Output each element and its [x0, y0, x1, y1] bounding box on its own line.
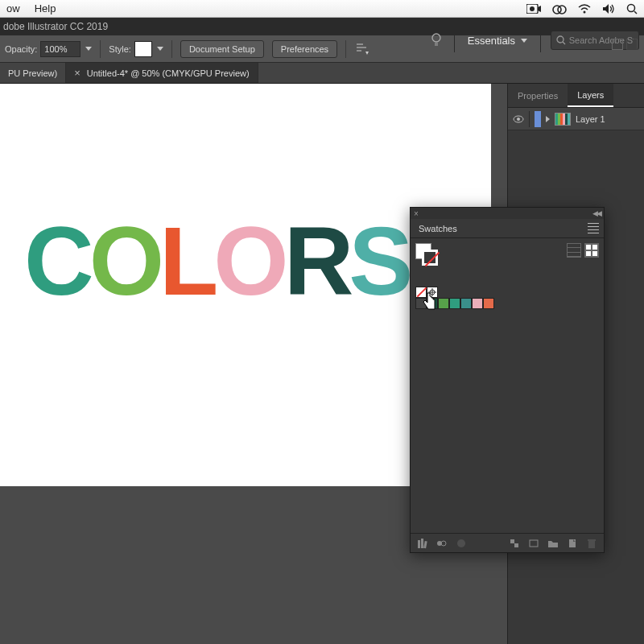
new-page-icon[interactable]: [567, 538, 578, 549]
swatch-chip[interactable]: [449, 298, 460, 309]
svg-rect-27: [510, 539, 514, 543]
tab-layers[interactable]: Layers: [568, 84, 613, 107]
svg-point-17: [517, 118, 520, 121]
macos-menubar: ow Help: [0, 0, 644, 18]
creative-cloud-icon[interactable]: [552, 3, 567, 14]
screen-record-icon[interactable]: [526, 4, 541, 14]
svg-point-5: [628, 4, 635, 11]
svg-line-15: [563, 42, 565, 44]
swatch-libraries-icon[interactable]: [417, 538, 428, 549]
list-view-icon[interactable]: [567, 243, 581, 258]
menubar-status-icons: [526, 3, 638, 14]
preferences-button[interactable]: Preferences: [272, 40, 337, 58]
colors-text-art: C O L O R S: [24, 213, 408, 309]
letter-s: S: [349, 213, 408, 309]
swatch-chip[interactable]: [460, 298, 472, 309]
svg-point-3: [558, 6, 566, 14]
svg-marker-10: [365, 52, 369, 55]
thumbnail-view-icon[interactable]: [584, 243, 599, 258]
swatches-body: [411, 238, 604, 533]
swatches-panel-footer: [411, 533, 604, 552]
svg-rect-29: [530, 540, 538, 547]
style-swatch[interactable]: [134, 41, 152, 57]
trash-icon[interactable]: [586, 538, 597, 549]
panel-close-icon[interactable]: ×: [414, 209, 419, 218]
document-tab-active[interactable]: × Untitled-4* @ 50% (CMYK/GPU Preview): [66, 63, 258, 83]
svg-rect-30: [569, 539, 576, 547]
tab-properties[interactable]: Properties: [508, 84, 568, 107]
panel-menu-icon[interactable]: [588, 223, 599, 233]
swatch-chip[interactable]: [427, 298, 438, 309]
swatches-panel[interactable]: × ◀◀ Swatches: [410, 207, 605, 553]
document-setup-button[interactable]: Document Setup: [180, 40, 264, 58]
align-icon[interactable]: [354, 42, 369, 56]
arrange-documents-icons[interactable]: [612, 39, 638, 50]
swatch-grid: [415, 287, 599, 309]
discover-bulb-icon[interactable]: [428, 32, 444, 48]
swatch-chip[interactable]: [415, 298, 427, 309]
svg-point-1: [530, 6, 535, 11]
panel-collapse-icon[interactable]: ◀◀: [592, 209, 601, 217]
document-tabstrip: PU Preview) × Untitled-4* @ 50% (CMYK/GP…: [0, 63, 644, 84]
volume-icon[interactable]: [602, 3, 615, 14]
letter-o2: O: [213, 213, 283, 309]
stroke-color-none-icon[interactable]: [422, 250, 438, 266]
folder-icon[interactable]: [547, 538, 559, 549]
opacity-label: Opacity:: [5, 44, 37, 54]
svg-point-4: [584, 10, 586, 13]
svg-rect-31: [588, 541, 595, 548]
style-label: Style:: [109, 44, 131, 54]
wifi-icon[interactable]: [578, 4, 591, 14]
swatch-chip[interactable]: [472, 298, 483, 309]
swatch-options-icon[interactable]: [456, 538, 467, 549]
workspace-switcher[interactable]: Essentials: [464, 35, 530, 47]
layer-row[interactable]: Layer 1: [508, 108, 644, 130]
search-icon: [556, 35, 566, 45]
layer-thumbnail: [555, 113, 571, 126]
work-area: C O L O R S Properties Layers Layer 1 ×: [0, 84, 644, 644]
swatch-none[interactable]: [415, 287, 427, 298]
swatch-chip[interactable]: [438, 298, 449, 309]
letter-o1: O: [89, 213, 159, 309]
svg-point-11: [432, 34, 440, 42]
layer-expand-icon[interactable]: [546, 116, 550, 122]
opacity-input[interactable]: [40, 41, 80, 57]
new-swatch-icon[interactable]: [528, 538, 539, 549]
svg-point-26: [457, 539, 465, 547]
panel-grip-bar[interactable]: × ◀◀: [411, 208, 604, 219]
fill-stroke-indicator[interactable]: [415, 243, 438, 266]
swatch-chip[interactable]: [483, 298, 494, 309]
swatches-tab[interactable]: Swatches: [411, 219, 465, 237]
close-tab-icon[interactable]: ×: [74, 67, 80, 79]
svg-line-6: [634, 11, 637, 14]
swatch-registration[interactable]: [427, 287, 438, 298]
layer-name[interactable]: Layer 1: [576, 114, 605, 124]
letter-r: R: [284, 213, 349, 309]
app-title: dobe Illustrator CC 2019: [3, 21, 108, 32]
letter-l: L: [159, 213, 213, 309]
opacity-dropdown-icon[interactable]: [85, 47, 92, 51]
menu-item-window[interactable]: ow: [6, 2, 20, 14]
document-tab[interactable]: PU Preview): [0, 63, 66, 83]
letter-c: C: [24, 213, 89, 309]
visibility-eye-icon[interactable]: [513, 114, 524, 125]
menu-item-help[interactable]: Help: [35, 2, 56, 14]
svg-rect-22: [421, 539, 423, 548]
svg-rect-28: [514, 543, 518, 547]
spotlight-search-icon[interactable]: [626, 3, 638, 14]
show-kinds-icon[interactable]: [436, 538, 448, 549]
svg-rect-21: [418, 540, 420, 548]
new-color-group-icon[interactable]: [509, 538, 520, 549]
style-dropdown-icon[interactable]: [157, 47, 163, 51]
svg-rect-23: [423, 540, 427, 547]
svg-rect-32: [588, 539, 596, 541]
svg-point-14: [557, 36, 564, 43]
